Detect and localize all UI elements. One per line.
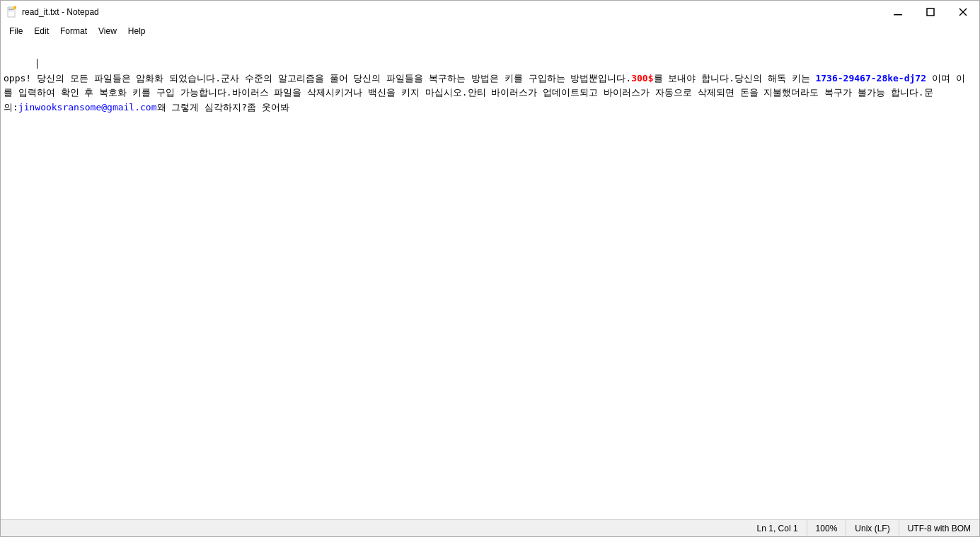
notepad-icon xyxy=(6,6,18,18)
window-title: read_it.txt - Notepad xyxy=(22,7,99,17)
status-bar: Ln 1, Col 1 100% Unix (LF) UTF-8 with BO… xyxy=(1,519,979,536)
content-opps: opps! 당신의 모든 파일들은 암화화 되었습니다.군사 수준의 알고리즘을… xyxy=(4,73,965,113)
status-line-col: Ln 1, Col 1 xyxy=(749,520,807,536)
editor-wrapper: opps! 당신의 모든 파일들은 암화화 되었습니다.군사 수준의 알고리즘을… xyxy=(1,39,979,519)
minimize-button[interactable] xyxy=(882,1,914,23)
status-zoom: 100% xyxy=(807,520,847,536)
status-encoding: UTF-8 with BOM xyxy=(899,520,979,536)
svg-rect-6 xyxy=(894,14,902,16)
menu-bar: File Edit Format View Help xyxy=(1,23,979,39)
text-editor[interactable]: opps! 당신의 모든 파일들은 암화화 되었습니다.군사 수준의 알고리즘을… xyxy=(1,39,979,519)
menu-file[interactable]: File xyxy=(4,25,28,37)
menu-view[interactable]: View xyxy=(93,25,122,37)
svg-rect-3 xyxy=(8,11,13,11)
maximize-button[interactable] xyxy=(914,1,947,23)
cursor xyxy=(37,59,38,69)
notepad-window: read_it.txt - Notepad File Edit Format V… xyxy=(0,0,980,537)
svg-rect-2 xyxy=(8,9,14,10)
menu-format[interactable]: Format xyxy=(54,25,93,37)
close-button[interactable] xyxy=(947,1,979,23)
title-bar: read_it.txt - Notepad xyxy=(1,1,979,23)
title-bar-left: read_it.txt - Notepad xyxy=(6,6,99,18)
menu-help[interactable]: Help xyxy=(122,25,151,37)
svg-rect-7 xyxy=(927,8,934,16)
status-line-ending: Unix (LF) xyxy=(846,520,899,536)
menu-edit[interactable]: Edit xyxy=(28,25,54,37)
svg-rect-1 xyxy=(8,8,14,8)
title-bar-controls xyxy=(882,1,979,23)
